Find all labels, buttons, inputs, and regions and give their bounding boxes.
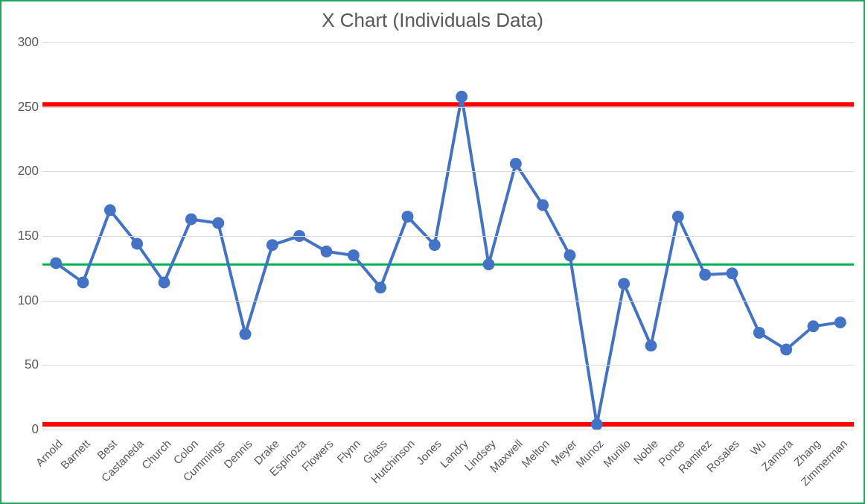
chart-title: X Chart (Individuals Data)	[1, 9, 864, 32]
data-marker	[456, 91, 467, 103]
y-tick-label: 300	[13, 35, 39, 50]
plot-area: 050100150200250300	[42, 42, 854, 430]
data-marker	[645, 339, 657, 351]
data-marker	[753, 327, 765, 339]
data-marker	[483, 258, 495, 270]
y-tick-label: 150	[13, 229, 39, 243]
x-tick-label: Murillo	[601, 437, 633, 469]
data-marker	[618, 278, 630, 290]
gridline	[42, 365, 854, 366]
data-marker	[429, 239, 441, 251]
data-marker	[591, 418, 603, 430]
y-tick-label: 100	[13, 293, 39, 308]
data-marker	[402, 211, 414, 223]
data-marker	[699, 269, 711, 281]
data-marker	[564, 249, 576, 261]
x-tick-label: Barnett	[57, 437, 92, 471]
data-marker	[185, 213, 197, 225]
y-tick-label: 50	[13, 357, 39, 372]
x-tick-label: Noble	[631, 437, 660, 467]
x-tick-label: Munoz	[573, 437, 606, 470]
data-marker	[727, 267, 738, 279]
data-marker	[266, 239, 278, 251]
x-tick-label: Meyer	[548, 437, 578, 468]
data-marker	[104, 204, 116, 216]
x-tick-label: Dennis	[220, 437, 254, 470]
data-marker	[537, 199, 549, 211]
data-marker	[374, 281, 386, 293]
x-tick-label: Melton	[519, 437, 552, 470]
y-tick-label: 250	[13, 100, 39, 115]
data-marker	[672, 211, 684, 223]
gridline	[42, 236, 854, 237]
chart-frame: X Chart (Individuals Data) 0501001502002…	[0, 0, 865, 504]
data-marker	[834, 316, 846, 328]
data-marker	[348, 249, 360, 261]
data-marker	[131, 237, 143, 249]
data-marker	[240, 328, 252, 340]
gridline	[42, 171, 854, 172]
data-line	[56, 97, 840, 424]
data-marker	[212, 217, 224, 229]
x-axis-labels: ArnoldBarnettBestCastanedaChurchColonCum…	[42, 437, 854, 504]
data-marker	[77, 276, 89, 288]
y-tick-label: 200	[13, 164, 39, 179]
x-tick-label: Church	[138, 437, 173, 471]
x-tick-label: Flynn	[334, 437, 363, 465]
data-marker	[510, 158, 522, 170]
gridline	[42, 107, 854, 108]
x-tick-label: Wu	[747, 437, 768, 458]
data-marker	[780, 344, 792, 356]
y-tick-label: 0	[13, 422, 39, 437]
data-marker	[50, 257, 62, 269]
gridline	[42, 42, 854, 43]
data-marker	[321, 246, 333, 258]
gridline	[42, 301, 854, 302]
gridline	[42, 430, 854, 430]
data-marker	[808, 320, 820, 332]
data-marker	[159, 276, 170, 288]
